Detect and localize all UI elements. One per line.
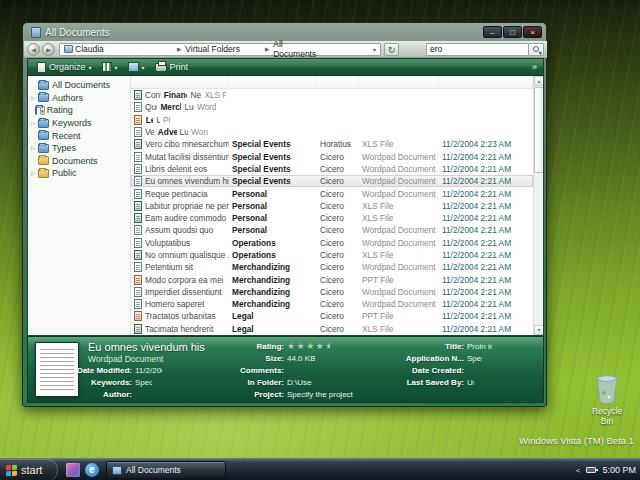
file-name-cell[interactable]: Tacimata hendrerit — [131, 324, 229, 334]
sidebar-item-label[interactable]: All Documents — [52, 80, 110, 90]
file-name-cell[interactable]: Homero rationibus omi... — [131, 115, 143, 125]
table-row[interactable]: Labitur propriae ne per Personal Cicero … — [131, 200, 533, 212]
refresh-button[interactable]: ↻ — [384, 43, 399, 56]
file-name-cell[interactable]: Modo corpora ea mei — [131, 275, 229, 285]
sidebar-item[interactable]: ▷ ▾ All Documents — [28, 79, 126, 92]
sidebar-item[interactable]: ▷ ▾ Authors — [28, 92, 116, 105]
details-field-value[interactable]: Specify the application ... — [467, 353, 482, 364]
table-row[interactable]: Tacimata hendrerit Legal Cicero XLS File… — [131, 323, 533, 335]
details-field-value[interactable]: D:\Users\Public\Docum... — [287, 377, 312, 388]
breadcrumb-item[interactable]: ▶All Documents — [261, 39, 303, 59]
sidebar-item-label[interactable]: Documents — [52, 156, 98, 166]
file-name-cell[interactable]: Imperdiet dissentiunt — [131, 287, 229, 297]
file-name-cell[interactable]: Eu omnes vivendum his — [131, 176, 229, 186]
recycle-bin-label[interactable]: Recycle Bin — [585, 406, 629, 426]
file-name-cell[interactable]: Reque pertinacia — [131, 189, 229, 199]
taskbar-clock[interactable]: 5:00 PM — [602, 465, 636, 475]
sidebar-item[interactable]: ▷ ▾ Documents — [28, 155, 130, 168]
expander-icon[interactable]: ▷ — [31, 145, 38, 151]
details-field-value[interactable]: Specify the project — [287, 389, 353, 400]
sidebar-item-label[interactable]: Recent — [52, 131, 81, 141]
file-name-cell[interactable]: Voluptatibus — [131, 238, 229, 248]
expander-icon[interactable]: ▷ — [31, 95, 38, 101]
quick-launch-media-icon[interactable] — [66, 463, 80, 477]
sidebar-item-label[interactable]: Types — [52, 143, 76, 153]
file-name-cell[interactable]: Labitur propriae ne per — [131, 201, 229, 211]
sidebar-item[interactable]: ▷ ▾ Public — [28, 167, 130, 180]
breadcrumb-item[interactable]: ▶Claudia — [75, 44, 173, 54]
address-dropdown-icon[interactable]: ▾ — [371, 46, 378, 53]
file-name-cell[interactable]: Mutat facilisi dissentiunt — [131, 152, 229, 162]
sidebar-item-label[interactable]: Public — [52, 168, 77, 178]
table-row[interactable]: Reque pertinacia Personal Cicero Wordpad… — [131, 187, 533, 199]
file-name-cell[interactable]: Libris delenit eos — [131, 164, 229, 174]
back-button[interactable]: ◀ — [27, 43, 40, 56]
maximize-button[interactable]: □ — [503, 26, 522, 38]
column-header[interactable] — [317, 76, 359, 88]
details-field-value[interactable]: Proin imperdiet ipsum ... — [467, 341, 492, 352]
scroll-down-icon[interactable]: ▾ — [534, 325, 543, 335]
column-header[interactable] — [131, 76, 229, 88]
views-layout-button[interactable]: ▾ — [123, 60, 150, 75]
file-name-cell[interactable]: Vero cibo mnesarchum — [131, 139, 229, 149]
sidebar-item[interactable]: ▷ ▾ Recent — [28, 129, 130, 142]
table-row[interactable]: Imperdiet dissentiunt Merchandizing Cice… — [131, 286, 533, 298]
file-name-cell[interactable]: Homero saperet — [131, 299, 229, 309]
breadcrumb-item[interactable]: ▶Virtual Folders — [173, 44, 261, 54]
details-field-value[interactable]: Unknown — [467, 377, 474, 388]
table-row[interactable]: Modo corpora ea mei Merchandizing Cicero… — [131, 273, 533, 285]
forward-button[interactable]: ▶ — [42, 43, 55, 56]
sidebar-item-label[interactable]: Authors — [52, 93, 83, 103]
table-row[interactable]: Homero rationibus omi... Legal Lucrecia … — [131, 114, 173, 126]
details-field-value[interactable]: 44.0 KB — [287, 353, 315, 364]
sidebar-item-label[interactable]: Rating — [47, 105, 73, 115]
file-name-cell[interactable]: No omnium qualisque ... — [131, 250, 229, 260]
minimize-button[interactable]: – — [483, 26, 502, 38]
table-row[interactable]: Vero cibo mnesarchum Special Events Hora… — [131, 138, 533, 150]
scrollbar-thumb[interactable] — [534, 87, 543, 173]
table-row[interactable]: Mutat facilisi dissentiunt Special Event… — [131, 150, 533, 162]
table-row[interactable]: Tractatos urbanitas Legal Cicero PPT Fil… — [131, 310, 533, 322]
table-row[interactable]: Voluptatibus Operations Cicero Wordpad D… — [131, 237, 533, 249]
table-row[interactable]: Libris delenit eos Special Events Cicero… — [131, 163, 533, 175]
file-name-cell[interactable]: Assum quodsi quo — [131, 225, 229, 235]
column-header[interactable] — [439, 76, 533, 88]
organize-button[interactable]: Organize ▾ — [32, 60, 97, 75]
breadcrumb-item-label[interactable]: Virtual Folders — [185, 44, 240, 54]
recycle-bin-icon[interactable] — [595, 375, 619, 405]
table-row[interactable]: Assum quodsi quo Personal Cicero Wordpad… — [131, 224, 533, 236]
sidebar-item[interactable]: ▷ ▾ Types — [28, 142, 130, 155]
table-row[interactable]: Convallis gravida Finances; Advertising … — [131, 89, 229, 101]
table-row[interactable]: Quo an nibh ceteros Merchandizing Lucrec… — [131, 101, 219, 113]
file-name-cell[interactable]: Convallis gravida — [131, 90, 161, 100]
views-columns-button[interactable]: ▾ — [97, 60, 123, 75]
sidebar-item[interactable]: ▷ ▾ Rating — [28, 104, 70, 117]
table-row[interactable]: Vero nostro Advertising Lucrecia Wordpad… — [131, 126, 211, 138]
file-name-cell[interactable]: Eam audire commodo — [131, 213, 229, 223]
table-row[interactable]: Petentium sit Merchandizing Cicero Wordp… — [131, 261, 533, 273]
print-button[interactable]: Print — [150, 60, 194, 75]
table-row[interactable]: Homero saperet Merchandizing Cicero Word… — [131, 298, 533, 310]
search-button[interactable] — [528, 43, 544, 56]
table-row[interactable]: Eam audire commodo Personal Cicero XLS F… — [131, 212, 533, 224]
file-name-cell[interactable]: Petentium sit — [131, 262, 229, 272]
sidebar-item-label[interactable]: Keywords — [52, 118, 92, 128]
breadcrumb-item-label[interactable]: Claudia — [75, 44, 104, 54]
scroll-up-icon[interactable]: ▴ — [534, 76, 543, 86]
close-button[interactable]: × — [523, 26, 542, 38]
table-row[interactable]: No omnium qualisque ... Operations Cicer… — [131, 249, 533, 261]
breadcrumb[interactable]: ▶Claudia▶Virtual Folders▶All Documents ▾ — [59, 43, 381, 56]
search-input[interactable] — [426, 43, 528, 56]
details-field-value[interactable]: ★★★★★ — [287, 341, 330, 352]
table-row[interactable]: Eu omnes vivendum his Special Events Cic… — [131, 175, 533, 187]
breadcrumb-item-label[interactable]: All Documents — [273, 39, 316, 59]
toolbar-overflow-chevron[interactable]: » — [532, 62, 539, 72]
column-header[interactable] — [359, 76, 439, 88]
taskbar-window-button[interactable]: All Documents — [106, 461, 226, 479]
tray-expand-icon[interactable]: < — [576, 466, 581, 475]
file-name-cell[interactable]: Tractatos urbanitas — [131, 311, 229, 321]
recycle-bin[interactable]: Recycle Bin — [585, 375, 629, 426]
sidebar-item[interactable]: ▷ ▾ Keywords — [28, 117, 108, 130]
expander-icon[interactable]: ▷ — [31, 170, 38, 176]
expander-icon[interactable]: ▷ — [31, 120, 38, 126]
